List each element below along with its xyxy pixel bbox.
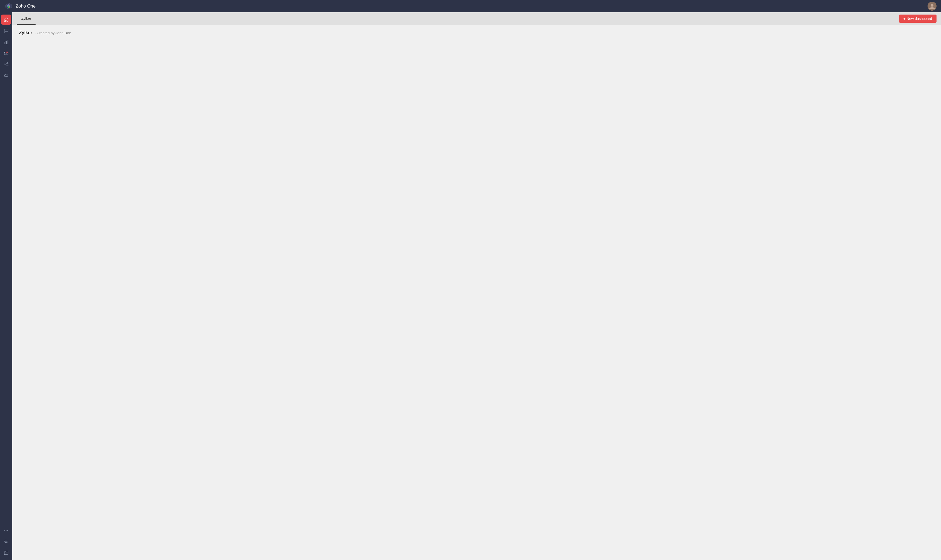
page-header: Zylker - Created by John Doe bbox=[19, 30, 934, 35]
user-avatar[interactable] bbox=[927, 2, 936, 11]
svg-point-20 bbox=[5, 541, 7, 542]
new-dashboard-button[interactable]: + New dashboard bbox=[899, 15, 936, 23]
sidebar-item-cloud[interactable] bbox=[1, 71, 11, 81]
svg-rect-21 bbox=[4, 551, 8, 555]
svg-point-18 bbox=[5, 540, 7, 543]
top-navbar: Zoho One bbox=[0, 0, 941, 12]
main-layout: Zylker + New dashboard Zylker - Created … bbox=[0, 12, 941, 560]
svg-rect-6 bbox=[7, 40, 8, 44]
svg-line-12 bbox=[5, 63, 7, 64]
page-content: Zylker - Created by John Doe bbox=[12, 25, 941, 560]
tab-bar: Zylker + New dashboard bbox=[12, 12, 941, 25]
svg-point-16 bbox=[6, 530, 6, 531]
top-nav-left: Zoho One bbox=[5, 2, 35, 10]
svg-point-10 bbox=[7, 63, 8, 64]
svg-point-11 bbox=[7, 65, 8, 66]
sidebar-item-search[interactable] bbox=[1, 537, 11, 546]
sidebar-item-calendar[interactable] bbox=[1, 548, 11, 558]
sidebar-item-integrations[interactable] bbox=[1, 59, 11, 69]
svg-point-8 bbox=[6, 52, 8, 53]
app-title: Zoho One bbox=[16, 4, 35, 9]
sidebar bbox=[0, 12, 12, 560]
tab-bar-left: Zylker bbox=[17, 12, 35, 25]
page-subtitle: - Created by John Doe bbox=[34, 31, 71, 35]
svg-point-9 bbox=[4, 64, 5, 65]
svg-point-15 bbox=[5, 530, 5, 531]
tab-zylker[interactable]: Zylker bbox=[17, 12, 35, 25]
content-area: Zylker + New dashboard Zylker - Created … bbox=[12, 12, 941, 560]
sidebar-item-home[interactable] bbox=[1, 15, 11, 25]
app-logo[interactable] bbox=[5, 2, 13, 10]
sidebar-item-inbox[interactable] bbox=[1, 48, 11, 58]
sidebar-item-more[interactable] bbox=[1, 525, 11, 535]
svg-rect-4 bbox=[4, 42, 5, 44]
sidebar-item-chat[interactable] bbox=[1, 26, 11, 36]
page-title: Zylker bbox=[19, 30, 32, 35]
svg-rect-5 bbox=[6, 41, 7, 44]
svg-line-19 bbox=[7, 542, 8, 543]
svg-point-17 bbox=[7, 530, 8, 531]
sidebar-item-analytics[interactable] bbox=[1, 37, 11, 47]
svg-rect-25 bbox=[5, 553, 6, 553]
svg-point-3 bbox=[931, 4, 933, 7]
svg-line-13 bbox=[5, 65, 7, 66]
